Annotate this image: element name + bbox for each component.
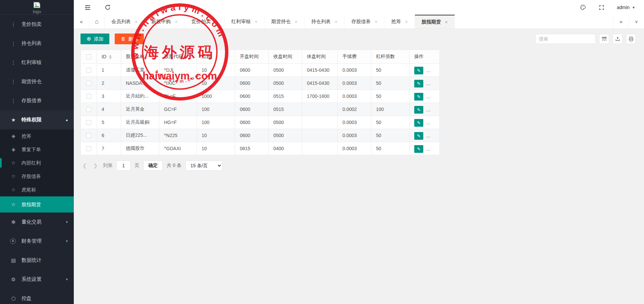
tab-member-list[interactable]: 会员列表× xyxy=(105,15,145,28)
select-all-checkbox[interactable] xyxy=(86,54,91,59)
tab-label: 股指期货 xyxy=(422,19,441,25)
row-checkbox[interactable] xyxy=(86,146,91,151)
sidebar-item-finance[interactable]: ¥财务管理▾ xyxy=(0,232,74,251)
tab-auction[interactable]: 竞价拍卖× xyxy=(184,15,224,28)
star-icon: ☆ xyxy=(10,201,17,207)
cell-rest xyxy=(302,116,338,129)
tab-stock-index-futures[interactable]: 股指期货× xyxy=(415,15,455,28)
row-checkbox[interactable] xyxy=(86,81,91,86)
tab-new-stock[interactable]: 新股申购× xyxy=(145,15,184,28)
search-input[interactable] xyxy=(535,34,596,44)
edit-row-button[interactable]: ✎ xyxy=(414,80,423,87)
user-menu[interactable]: admin ▼ xyxy=(617,5,635,10)
edit-row-button[interactable]: ✎ xyxy=(414,145,423,153)
cell-fee: 0.0003 xyxy=(338,90,371,103)
star-icon: ☆ xyxy=(10,160,17,166)
row-checkbox[interactable] xyxy=(86,133,91,138)
row-checkbox[interactable] xyxy=(86,120,91,125)
cell-id: 6 xyxy=(97,129,121,142)
tab-close-icon[interactable]: × xyxy=(405,19,408,24)
sidebar-item-quant-trading[interactable]: ✻量化交易▾ xyxy=(0,212,74,232)
sidebar-item-positions-list[interactable]: ⋮持仓列表 xyxy=(0,34,74,53)
sidebar-item-internal-dividend[interactable]: ☆内部红利 xyxy=(0,156,74,170)
toolbar-right xyxy=(535,34,636,44)
cell-rest xyxy=(302,129,338,142)
cell-code: ^GDAXI xyxy=(159,142,197,155)
tab-grab-chips[interactable]: 抢筹× xyxy=(384,15,415,28)
tab-futures-positions[interactable]: 期货持仓× xyxy=(265,15,305,28)
delete-button[interactable]: 删除 xyxy=(115,34,144,44)
row-actions-cell: ✎ xyxy=(410,142,440,155)
edit-row-button[interactable]: ✎ xyxy=(414,93,423,101)
column-header-4: 开盘时间 xyxy=(235,50,269,64)
tabs-menu-icon[interactable]: ∨ xyxy=(629,15,644,28)
row-actions-cell: ✎ xyxy=(410,64,440,77)
tab-stock-lending[interactable]: 存股借券× xyxy=(344,15,384,28)
home-tab-icon[interactable]: ⌂ xyxy=(89,15,105,28)
cell-code: HG=F xyxy=(159,116,197,129)
sidebar-item-tiger-tail[interactable]: ☆虎尾标 xyxy=(0,183,74,196)
row-checkbox[interactable] xyxy=(86,68,91,73)
print-icon[interactable] xyxy=(626,34,636,44)
table-row: 3近月紐約...CL=F1000060005151700-18000.00035… xyxy=(81,90,440,103)
columns-filter-icon[interactable] xyxy=(599,34,609,44)
sidebar-item-stock-lending[interactable]: ⋮存股借券 xyxy=(0,91,74,110)
sidebar-item-futures-positions[interactable]: ⋮期货持仓 xyxy=(0,72,74,91)
tab-close-icon[interactable]: × xyxy=(175,19,177,24)
edit-row-button[interactable]: ✎ xyxy=(414,67,423,74)
cell-points: 10 xyxy=(197,77,235,90)
table-header: ID股票名称股票代码点数开盘时间收盘时间休盘时间手续费杠杆倍数操作 xyxy=(81,50,440,64)
collapse-sidebar-icon[interactable] xyxy=(84,4,91,11)
sidebar-item-dividend-audit[interactable]: ⋮红利审核 xyxy=(0,53,74,72)
edit-row-button[interactable]: ✎ xyxy=(414,119,423,127)
page-size-select[interactable]: 15 条/页 xyxy=(185,161,222,171)
row-checkbox[interactable] xyxy=(86,107,91,112)
theme-palette-icon[interactable] xyxy=(579,4,587,11)
sidebar-item-system-settings[interactable]: ⚙系统设置▾ xyxy=(0,270,74,289)
sidebar-item-special-permissions[interactable]: ★特殊权限▴ xyxy=(0,110,74,129)
cell-open: 0600 xyxy=(235,116,269,129)
tab-close-icon[interactable]: × xyxy=(215,19,217,24)
add-button[interactable]: ⊕ 添加 xyxy=(80,34,109,44)
tab-dividend-audit[interactable]: 红利审核× xyxy=(225,15,265,28)
refresh-icon[interactable] xyxy=(104,4,111,11)
column-header-6: 休盘时间 xyxy=(302,50,338,64)
cell-leverage: 50 xyxy=(371,90,410,103)
export-icon[interactable] xyxy=(612,34,623,44)
sidebar-item-label: 量化交易 xyxy=(21,219,66,225)
table-toolbar: ⊕ 添加 删除 xyxy=(80,34,636,44)
chevron-up-icon: ▴ xyxy=(66,118,68,122)
sidebar-item-repeat-order[interactable]: ◈重复下单 xyxy=(0,143,74,156)
tab-close-icon[interactable]: × xyxy=(295,19,298,24)
sidebar-item-stock-index-futures[interactable]: ☆股指期货 xyxy=(0,196,74,212)
row-actions-cell: ✎ xyxy=(410,129,440,142)
tab-label: 新股申购 xyxy=(151,18,171,25)
confirm-page-button[interactable]: 确定 xyxy=(143,161,163,171)
tabs-scroll-left-icon[interactable]: « xyxy=(74,15,89,28)
tab-close-icon[interactable]: × xyxy=(135,19,138,24)
stats-icon: ▤ xyxy=(10,257,17,263)
sort-icon[interactable] xyxy=(109,55,112,59)
tab-close-icon[interactable]: × xyxy=(255,19,258,24)
page-number-input[interactable] xyxy=(116,161,130,171)
tabs-scroll-right-icon[interactable]: » xyxy=(613,15,629,28)
prev-page-icon[interactable]: ❮ xyxy=(81,163,88,169)
row-checkbox[interactable] xyxy=(86,94,91,99)
fullscreen-icon[interactable] xyxy=(598,4,605,11)
cell-fee: 0.0003 xyxy=(338,77,371,90)
cell-leverage: 50 xyxy=(371,129,410,142)
sidebar-item-auction[interactable]: ⋮竞价拍卖 xyxy=(0,15,74,34)
row-actions-cell: ✎ xyxy=(410,103,440,116)
sidebar-item-stock-lending-sub[interactable]: ☆存股借券 xyxy=(0,170,74,183)
tab-positions-list[interactable]: 持仓列表× xyxy=(305,15,344,28)
sidebar-item-label: 红利审核 xyxy=(21,59,68,66)
tab-close-icon[interactable]: × xyxy=(375,19,377,24)
edit-row-button[interactable]: ✎ xyxy=(414,106,423,114)
sidebar-item-control-panel[interactable]: ⬡控盘 xyxy=(0,289,74,304)
tab-close-icon[interactable]: × xyxy=(335,19,337,24)
sidebar-item-grab-chips[interactable]: ◈抢筹 xyxy=(0,129,74,143)
next-page-icon[interactable]: ❯ xyxy=(92,163,99,169)
sidebar-item-data-stats[interactable]: ▤数据统计 xyxy=(0,251,74,270)
edit-row-button[interactable]: ✎ xyxy=(414,132,423,140)
tab-close-icon[interactable]: × xyxy=(445,19,448,25)
